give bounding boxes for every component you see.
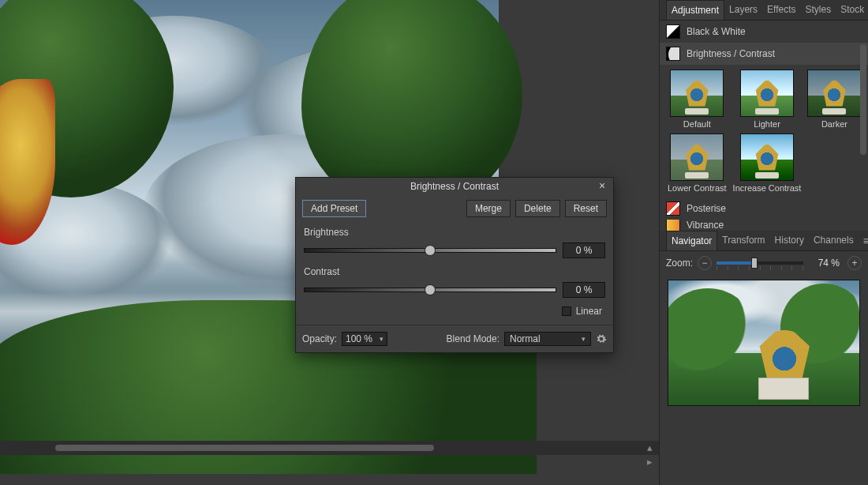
- tab-navigator[interactable]: Navigator: [666, 231, 717, 250]
- black-white-label: Black & White: [687, 26, 746, 37]
- chevron-down-icon: ▾: [380, 335, 383, 343]
- preset-thumbnail: [740, 70, 794, 117]
- blend-mode-select[interactable]: Normal ▾: [504, 332, 591, 346]
- contrast-value[interactable]: 0 %: [563, 282, 605, 298]
- preset-lower-contrast[interactable]: Lower Contrast: [668, 133, 727, 193]
- blend-mode-label: Blend Mode:: [447, 333, 499, 344]
- zoom-value: 74 %: [808, 258, 840, 269]
- canvas-area[interactable]: ▴ ▸ Brightness / Contrast × Add Preset M…: [0, 0, 659, 485]
- preset-lighter[interactable]: Lighter: [733, 70, 802, 129]
- chevron-down-icon: ▾: [582, 335, 586, 343]
- adjustment-vibrance[interactable]: Vibrance: [660, 220, 868, 231]
- close-icon[interactable]: ×: [596, 180, 608, 193]
- preset-thumbnail: [670, 70, 724, 117]
- zoom-out-button[interactable]: −: [698, 256, 712, 270]
- reset-button[interactable]: Reset: [565, 200, 607, 217]
- zoom-label: Zoom:: [666, 258, 693, 269]
- opacity-label: Opacity:: [302, 333, 337, 344]
- tab-layers[interactable]: Layers: [724, 0, 762, 20]
- vibrance-icon: [666, 220, 680, 231]
- brightness-slider[interactable]: [304, 248, 556, 253]
- contrast-label: Contrast: [304, 266, 605, 277]
- adjustment-panel: Black & White Brightness / Contrast Defa…: [660, 21, 868, 231]
- navigator-preview[interactable]: [668, 280, 860, 406]
- adjustment-tabbar: AdjustmentLayersEffectsStylesStock ≡: [660, 0, 868, 21]
- tab-channels[interactable]: Channels: [809, 231, 859, 250]
- right-panel: AdjustmentLayersEffectsStylesStock ≡ Bla…: [659, 0, 868, 485]
- contrast-slider[interactable]: [304, 288, 556, 292]
- posterise-label: Posterise: [687, 203, 726, 214]
- merge-button[interactable]: Merge: [466, 200, 511, 217]
- black-white-icon: [666, 24, 680, 39]
- opacity-value: 100 %: [346, 333, 372, 344]
- tab-effects[interactable]: Effects: [762, 0, 800, 20]
- scroll-up-icon[interactable]: ▴: [643, 441, 656, 453]
- blend-mode-value: Normal: [510, 333, 541, 344]
- brightness-contrast-dialog: Brightness / Contrast × Add Preset Merge…: [295, 177, 614, 353]
- posterise-icon: [666, 201, 680, 216]
- vibrance-label: Vibrance: [687, 220, 724, 231]
- brightness-contrast-icon: [666, 47, 680, 61]
- preset-label: Lower Contrast: [668, 183, 727, 193]
- preset-label: Lighter: [754, 119, 780, 129]
- opacity-field[interactable]: 100 % ▾: [342, 332, 387, 346]
- preset-grid: DefaultLighterDarkerLower ContrastIncrea…: [660, 65, 868, 197]
- preset-thumbnail: [740, 133, 794, 181]
- tab-transform[interactable]: Transform: [717, 231, 769, 250]
- zoom-in-button[interactable]: +: [847, 256, 862, 270]
- preset-label: Darker: [821, 119, 847, 129]
- brightness-value[interactable]: 0 %: [563, 242, 605, 258]
- linear-checkbox[interactable]: [562, 306, 571, 316]
- brightness-contrast-label: Brightness / Contrast: [687, 48, 775, 59]
- delete-button[interactable]: Delete: [515, 200, 560, 217]
- tab-styles[interactable]: Styles: [801, 0, 836, 20]
- adjustment-brightness-contrast[interactable]: Brightness / Contrast: [660, 43, 868, 65]
- preset-darker[interactable]: Darker: [807, 70, 861, 129]
- tab-adjustment[interactable]: Adjustment: [666, 0, 724, 20]
- adjustment-black-white[interactable]: Black & White: [660, 21, 868, 43]
- horizontal-scrollbar[interactable]: [0, 441, 659, 455]
- preset-thumbnail: [807, 70, 861, 117]
- scroll-right-icon[interactable]: ▸: [643, 455, 656, 468]
- tab-history[interactable]: History: [770, 231, 809, 250]
- linear-label: Linear: [576, 306, 602, 317]
- dialog-title-bar[interactable]: Brightness / Contrast ×: [296, 178, 613, 195]
- dialog-title: Brightness / Contrast: [410, 181, 499, 192]
- tab-stock[interactable]: Stock: [836, 0, 868, 20]
- add-preset-button[interactable]: Add Preset: [302, 200, 366, 217]
- navigator-tabbar: NavigatorTransformHistoryChannels ≡: [660, 231, 868, 251]
- preset-thumbnail: [670, 133, 724, 181]
- preset-default[interactable]: Default: [668, 70, 727, 129]
- panel-menu-icon[interactable]: ≡: [859, 235, 868, 247]
- adjustment-posterise[interactable]: Posterise: [660, 197, 868, 220]
- adjustment-scrollbar[interactable]: [860, 21, 866, 231]
- zoom-control: Zoom: − 74 % +: [660, 251, 868, 275]
- preset-label: Default: [683, 119, 711, 129]
- gear-icon[interactable]: [596, 333, 607, 344]
- zoom-slider[interactable]: [716, 261, 803, 265]
- preset-label: Increase Contrast: [733, 183, 802, 193]
- brightness-label: Brightness: [304, 227, 605, 238]
- preset-increase-contrast[interactable]: Increase Contrast: [733, 133, 802, 193]
